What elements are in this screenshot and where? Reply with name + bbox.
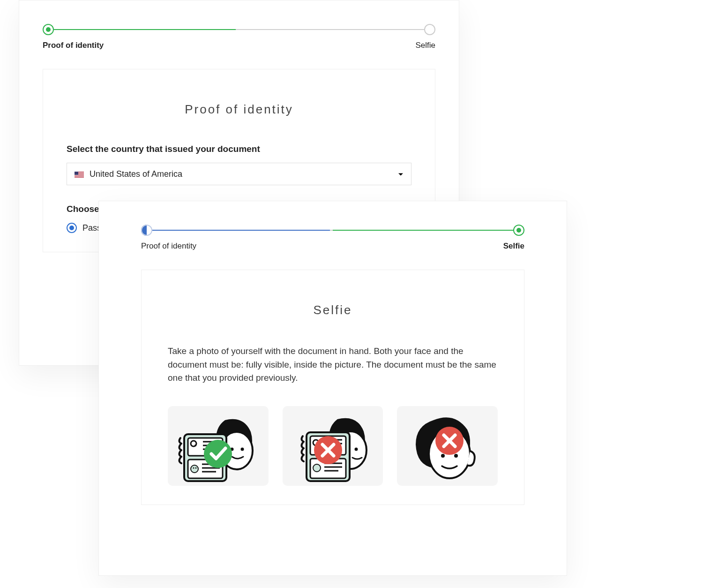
svg-point-11 (241, 447, 244, 451)
radio-icon (67, 223, 77, 233)
svg-point-21 (193, 467, 194, 468)
svg-rect-8 (75, 172, 78, 175)
selfie-nodoc-illustration (401, 406, 494, 486)
svg-rect-5 (75, 176, 84, 176)
page-title: Selfie (168, 303, 498, 317)
progress-fill (47, 29, 236, 30)
progress-node-selfie[interactable] (513, 225, 524, 236)
svg-rect-4 (75, 175, 84, 175)
selfie-panel: Proof of identity Selfie Selfie Take a p… (98, 201, 567, 576)
svg-point-26 (204, 440, 232, 468)
svg-point-42 (441, 454, 445, 458)
progress-labels: Proof of identity Selfie (141, 241, 524, 251)
cross-icon (314, 436, 342, 464)
progress-node-selfie[interactable] (424, 24, 435, 35)
example-no-document (397, 406, 498, 486)
selfie-covered-illustration (286, 406, 380, 486)
progress-label-selfie: Selfie (503, 241, 524, 251)
svg-point-20 (191, 465, 198, 473)
chevron-down-icon (398, 169, 404, 179)
selfie-examples (168, 406, 498, 486)
check-icon (204, 440, 232, 468)
selfie-card: Selfie Take a photo of yourself with the… (141, 270, 524, 505)
progress-fill-right (333, 230, 520, 231)
page-title: Proof of identity (67, 102, 411, 117)
svg-point-15 (194, 445, 196, 446)
selfie-instructions: Take a photo of yourself with the docume… (168, 345, 498, 385)
progress-fill-left (146, 230, 330, 231)
country-value: United States of America (90, 169, 182, 179)
svg-rect-7 (75, 178, 84, 178)
progress-node-identity[interactable] (141, 225, 152, 236)
flag-icon (75, 171, 84, 177)
progress-label-identity: Proof of identity (43, 41, 104, 50)
svg-rect-6 (75, 177, 84, 177)
progress-labels: Proof of identity Selfie (43, 41, 435, 50)
svg-point-28 (355, 447, 358, 451)
svg-point-22 (195, 467, 197, 468)
example-doc-covers-face (283, 406, 383, 486)
progress-label-selfie: Selfie (415, 41, 435, 50)
country-select[interactable]: United States of America (67, 163, 411, 185)
country-label: Select the country that issued your docu… (67, 144, 411, 154)
svg-point-43 (454, 454, 458, 458)
cross-icon (435, 427, 464, 455)
progress-node-identity[interactable] (43, 24, 54, 35)
svg-point-36 (313, 464, 321, 472)
progress-label-identity: Proof of identity (141, 241, 196, 251)
progress-bar (43, 24, 435, 35)
example-correct (168, 406, 269, 486)
selfie-good-illustration (171, 406, 265, 486)
progress-bar (141, 225, 524, 236)
